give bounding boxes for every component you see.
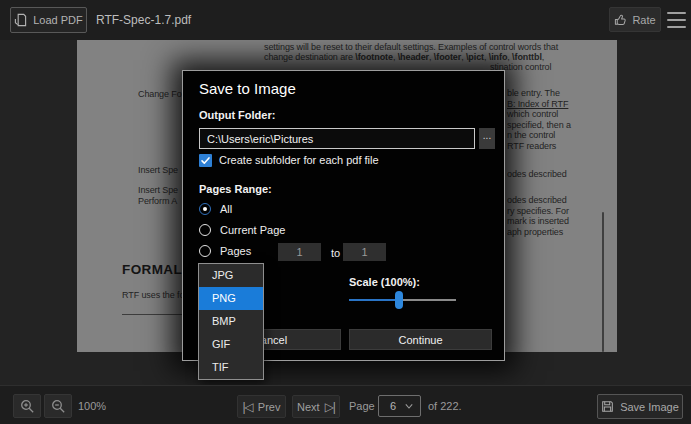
floppy-disk-icon: [601, 400, 614, 413]
pdf-text-fragment: change destination are \footnote, \heade…: [264, 52, 544, 62]
radio-current-page-label: Current Page: [220, 224, 285, 236]
magnifier-plus-icon: [20, 399, 35, 414]
format-option-tif[interactable]: TIF: [199, 356, 263, 379]
page-to-input[interactable]: [343, 243, 386, 261]
pdf-text-fragment: ble entry. The: [507, 88, 560, 98]
next-page-button[interactable]: Next ▷|: [292, 395, 340, 418]
pdf-viewer-app: settings will be reset to their default …: [0, 0, 691, 424]
pdf-text-fragment: odes described: [507, 195, 567, 205]
pdf-text-fragment: aph properties: [507, 227, 563, 237]
top-toolbar: Load PDF RTF-Spec-1.7.pdf Rate: [0, 0, 691, 40]
rate-label: Rate: [632, 14, 655, 26]
pdf-text-fragment: which control: [507, 109, 558, 119]
pdf-text-fragment: Change Fo: [138, 89, 182, 99]
dialog-title: Save to Image: [199, 80, 296, 97]
radio-pages[interactable]: [199, 245, 211, 257]
format-option-jpg[interactable]: JPG: [199, 264, 263, 287]
output-folder-input[interactable]: [199, 128, 475, 149]
pages-range-label: Pages Range:: [199, 183, 272, 195]
rate-button[interactable]: Rate: [609, 7, 661, 32]
skip-next-glyph: ▷|: [325, 400, 335, 414]
to-label: to: [331, 247, 340, 259]
next-label: Next: [297, 401, 320, 413]
continue-button[interactable]: Continue: [349, 329, 492, 350]
load-pdf-button[interactable]: Load PDF: [10, 7, 87, 33]
format-option-bmp[interactable]: BMP: [199, 310, 263, 333]
image-format-dropdown: JPG PNG BMP GIF TIF: [198, 263, 264, 380]
subfolder-checkbox[interactable]: [199, 154, 212, 167]
browse-folder-button[interactable]: ...: [479, 128, 495, 149]
pdf-text-fragment: ry specifies. For: [507, 206, 569, 216]
pdf-text-fragment: specified, then a: [507, 120, 571, 130]
scale-label: Scale (100%):: [349, 276, 420, 288]
load-pdf-label: Load PDF: [33, 14, 83, 26]
radio-all[interactable]: [199, 203, 211, 215]
scale-slider[interactable]: [349, 299, 456, 301]
pdf-link-fragment[interactable]: B: Index of RTF: [507, 99, 568, 109]
zoom-level-value: 100%: [78, 400, 106, 412]
pdf-text-fragment: Insert Spe: [138, 185, 178, 195]
zoom-out-button[interactable]: [44, 394, 72, 418]
pdf-text-fragment: RTF readers: [507, 141, 556, 151]
vertical-scrollbar[interactable]: [602, 212, 604, 352]
page-number-select[interactable]: 6: [378, 395, 421, 417]
pdf-text-fragment: odes described: [507, 169, 567, 179]
pdf-text-fragment: settings will be reset to their default …: [264, 42, 558, 52]
hamburger-menu-icon[interactable]: [667, 12, 686, 28]
radio-pages-label: Pages: [220, 245, 251, 257]
output-folder-label: Output Folder:: [199, 109, 275, 121]
document-title: RTF-Spec-1.7.pdf: [96, 13, 191, 27]
format-option-png[interactable]: PNG: [199, 287, 263, 310]
prev-label: Prev: [258, 401, 281, 413]
page-label: Page: [349, 400, 375, 412]
bottom-toolbar: 100% |◁ Prev Next ▷| Page 6 of 222.: [0, 385, 691, 424]
pdf-text-fragment: RTF uses the fo: [122, 290, 184, 300]
subfolder-checkbox-label: Create subfolder for each pdf file: [219, 154, 379, 166]
pdf-section-heading: FORMAL: [122, 262, 182, 277]
pdf-text-fragment: n the control: [507, 130, 555, 140]
magnifier-minus-icon: [51, 399, 66, 414]
thumbs-up-icon: [614, 13, 627, 26]
format-option-gif[interactable]: GIF: [199, 333, 263, 356]
zoom-in-button[interactable]: [13, 394, 41, 418]
chevron-down-icon: [404, 402, 414, 410]
save-image-button[interactable]: Save Image: [597, 394, 683, 419]
current-page-value: 6: [390, 400, 396, 412]
pdf-text-fragment: mark is inserted: [507, 216, 569, 226]
scale-slider-thumb[interactable]: [395, 291, 403, 309]
scale-slider-fill: [349, 299, 399, 301]
skip-previous-glyph: |◁: [243, 400, 253, 414]
document-import-icon: [14, 13, 27, 27]
radio-all-label: All: [220, 203, 232, 215]
radio-current-page[interactable]: [199, 224, 211, 236]
total-pages-value: of 222.: [428, 400, 462, 412]
save-image-label: Save Image: [620, 401, 679, 413]
checkmark-icon: [200, 155, 211, 166]
prev-page-button[interactable]: |◁ Prev: [237, 395, 286, 418]
page-from-input[interactable]: [278, 243, 321, 261]
pdf-text-fragment: Insert Spe: [138, 165, 178, 175]
pdf-text-fragment: Perform A: [138, 196, 177, 206]
